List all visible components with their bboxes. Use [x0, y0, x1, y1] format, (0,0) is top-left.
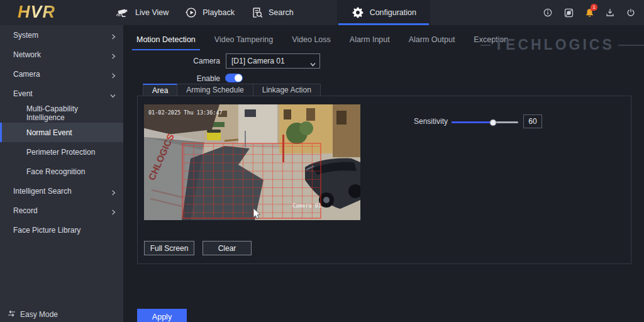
alarm-badge: 1	[591, 4, 597, 11]
camera-select[interactable]: [D1] Camera 01	[226, 53, 320, 69]
subtab-area[interactable]: Area	[143, 84, 177, 96]
camera-field-label: Camera	[161, 57, 220, 65]
main-content: Motion Detection Video Tampering Video L…	[123, 25, 644, 322]
sidebar-item-face-recognition[interactable]: Face Recognition	[0, 162, 123, 181]
switch-mode-icon	[8, 310, 16, 319]
sidebar-item-label: Intelligent Search	[13, 187, 72, 196]
chevron-right-icon	[111, 72, 116, 80]
nav-label: Configuration	[370, 8, 416, 17]
tab-video-loss[interactable]: Video Loss	[287, 33, 335, 50]
nav-live-view[interactable]: Live View	[108, 0, 177, 25]
sidebar-item-label: Record	[13, 206, 38, 215]
tab-video-tampering[interactable]: Video Tampering	[210, 33, 277, 50]
event-tabs: Motion Detection Video Tampering Video L…	[132, 33, 513, 50]
subtab-linkage-action[interactable]: Linkage Action	[253, 84, 321, 96]
sidebar-item-face-picture-library[interactable]: Face Picture Library	[0, 220, 123, 240]
cctv-camera-icon	[116, 7, 130, 18]
info-icon[interactable]	[542, 7, 553, 18]
nav-playback[interactable]: Playback	[177, 0, 243, 25]
sidebar: System Network Camera Event Multi-Capabi…	[0, 25, 123, 322]
chevron-right-icon	[111, 208, 116, 217]
sidebar-item-label: Event	[13, 89, 33, 98]
playback-icon	[185, 6, 197, 19]
tab-alarm-input[interactable]: Alarm Input	[345, 33, 394, 50]
enable-field-label: Enable	[161, 74, 220, 83]
sidebar-item-network[interactable]: Network	[0, 45, 123, 64]
apply-button[interactable]: Apply	[137, 309, 187, 322]
nav-label: Playback	[203, 8, 235, 17]
tab-motion-detection[interactable]: Motion Detection	[132, 33, 200, 50]
main-nav: Live View Playback Search	[108, 0, 430, 25]
chevron-right-icon	[111, 52, 116, 61]
nav-label: Live View	[135, 8, 169, 17]
techlogics-watermark: TECHLOGICS	[480, 36, 644, 53]
enable-toggle[interactable]	[225, 74, 243, 82]
sidebar-item-camera[interactable]: Camera	[0, 64, 123, 84]
subtab-arming-schedule[interactable]: Arming Schedule	[177, 84, 253, 96]
status-icons: 1	[542, 0, 636, 25]
easy-mode-label: Easy Mode	[20, 310, 58, 319]
chevron-right-icon	[111, 189, 116, 197]
sidebar-item-label: Face Picture Library	[13, 226, 80, 235]
sidebar-item-system[interactable]: System	[0, 25, 123, 45]
sidebar-item-label: Multi-Capability Intelligence	[26, 104, 116, 122]
sidebar-item-record[interactable]: Record	[0, 201, 123, 220]
video-camera-label: Camera 01	[292, 203, 321, 209]
slider-fill	[452, 121, 493, 123]
search-doc-icon	[251, 6, 264, 19]
full-screen-button[interactable]: Full Screen	[144, 241, 194, 255]
sidebar-item-perimeter-protection[interactable]: Perimeter Protection	[0, 142, 123, 162]
chevron-down-icon	[110, 91, 116, 100]
sidebar-item-normal-event[interactable]: Normal Event	[0, 123, 123, 142]
slider-thumb[interactable]	[489, 119, 496, 126]
sidebar-item-label: Perimeter Protection	[26, 148, 95, 157]
sidebar-item-label: Camera	[13, 70, 40, 79]
video-timestamp: 01-02-2025 Thu 13:36:47	[148, 109, 223, 116]
no-disk-icon[interactable]	[563, 7, 574, 18]
sidebar-item-label: Normal Event	[26, 128, 72, 137]
power-icon[interactable]	[625, 7, 636, 18]
nav-configuration[interactable]: Configuration	[337, 0, 430, 25]
nav-search[interactable]: Search	[243, 0, 302, 25]
toggle-knob	[235, 74, 242, 82]
sidebar-item-intelligent-search[interactable]: Intelligent Search	[0, 181, 123, 201]
chevron-right-icon	[111, 33, 116, 42]
gear-icon	[351, 6, 365, 19]
app-logo: HVR	[18, 3, 55, 22]
camera-select-value: [D1] Camera 01	[231, 57, 285, 65]
camera-preview[interactable]: CHLOGICS 01-02-2025 Thu 13:36:47	[144, 104, 360, 220]
sidebar-item-label: System	[13, 31, 38, 40]
sidebar-item-event[interactable]: Event	[0, 84, 123, 103]
download-icon[interactable]	[604, 7, 616, 18]
sensitivity-label: Sensitivity	[414, 117, 448, 126]
easy-mode-switch[interactable]: Easy Mode	[8, 310, 58, 319]
sidebar-item-label: Network	[13, 50, 41, 59]
sensitivity-value[interactable]: 60	[523, 114, 542, 128]
alarm-bell-icon[interactable]: 1	[584, 7, 595, 18]
sidebar-item-label: Face Recognition	[26, 167, 85, 176]
clear-button[interactable]: Clear	[203, 241, 252, 255]
nav-label: Search	[269, 8, 294, 17]
tab-alarm-output[interactable]: Alarm Output	[404, 33, 460, 50]
top-bar: HVR Live View	[0, 0, 644, 25]
chevron-down-icon	[310, 60, 316, 69]
area-subtabs: Area Arming Schedule Linkage Action	[143, 84, 321, 96]
sensitivity-slider[interactable]	[452, 121, 518, 123]
sidebar-item-multi-capability-intelligence[interactable]: Multi-Capability Intelligence	[0, 103, 123, 123]
